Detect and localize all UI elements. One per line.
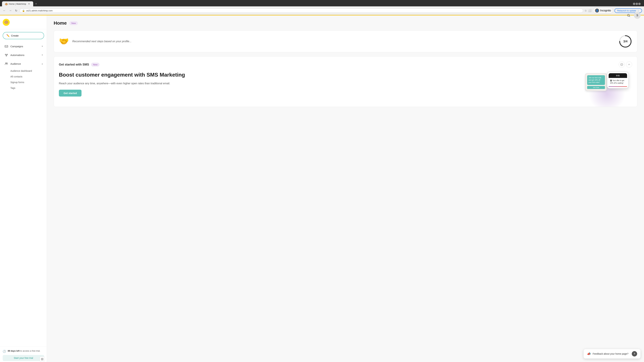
progress-text: 3/4	[623, 40, 628, 43]
refresh-button[interactable]: ↻	[14, 8, 18, 13]
sms-new-badge: New	[91, 63, 100, 66]
svg-rect-0	[5, 45, 8, 47]
chevron-up-icon	[628, 63, 630, 66]
sms-cta-button[interactable]: Get started	[59, 90, 82, 96]
mailchimp-logo[interactable]: 🐵	[3, 19, 10, 26]
sidebar-sub-item-audience-dashboard[interactable]: Audience dashboard	[1, 68, 46, 73]
feedback-bar[interactable]: 📣 Feedback about your home page? ?	[584, 349, 641, 359]
phone-time: 3:51	[608, 73, 627, 78]
sidebar-header: 🐵	[0, 15, 47, 29]
relaunch-menu-icon: ⋮	[637, 9, 639, 12]
tab-title: Home | Mailchimp	[9, 3, 26, 5]
forward-button[interactable]: →	[8, 8, 13, 13]
tab-favicon: 🐵	[5, 2, 8, 5]
sms-preview-text: Join our text club and get 10% off your …	[587, 75, 605, 85]
phone-progress-bar	[608, 86, 627, 87]
browser-chrome: 🐵 Home | Mailchimp ✕ + ← → ↻ 🔒 us21.admi…	[0, 0, 644, 15]
campaigns-label: Campaigns	[10, 45, 42, 48]
start-trial-label: Start your free trial	[14, 357, 33, 359]
collapse-icon	[40, 357, 45, 362]
window-controls	[632, 2, 642, 6]
front-phone-mockup: 3:51 📱 Your offer to get 10% off is wait…	[607, 71, 629, 88]
sidebar-item-audience[interactable]: Audience ▴	[1, 60, 46, 68]
audience-chevron-icon: ▴	[42, 62, 43, 65]
new-tab-button[interactable]: +	[34, 1, 38, 6]
search-button[interactable]	[625, 15, 632, 19]
maximize-button[interactable]	[636, 3, 638, 5]
incognito-label: Incognito	[600, 9, 611, 12]
sms-illustration: Join our text club and get 10% off your …	[585, 71, 632, 102]
content-area: Home New 🤝 Recommended next steps based …	[47, 15, 644, 112]
automations-chevron-icon: ▾	[42, 54, 43, 56]
svg-rect-10	[42, 358, 43, 360]
search-icon	[627, 15, 630, 17]
feedback-icon: 📣	[587, 352, 591, 356]
start-trial-button[interactable]: Start your free trial	[3, 355, 44, 361]
url-text: us21.admin.mailchimp.com	[26, 9, 580, 12]
campaigns-icon	[4, 44, 9, 49]
days-left: 89 days left	[8, 350, 20, 352]
main-content: S Home New 🤝 Recommended next steps base…	[47, 15, 644, 362]
audience-label: Audience	[10, 62, 42, 65]
recommended-steps-section: 🤝 Recommended next steps based on your p…	[54, 30, 637, 52]
all-contacts-label: All contacts	[10, 75, 22, 78]
steps-description: Recommended next steps based on your pro…	[72, 40, 615, 43]
home-new-badge: New	[70, 21, 78, 25]
sms-text-area: Boost customer engagement with SMS Marke…	[59, 71, 578, 96]
automations-label: Automations	[10, 54, 42, 56]
sms-check-button[interactable]	[619, 61, 625, 67]
svg-rect-9	[41, 358, 42, 360]
sidebar: 🐵 ✏️ Create Campaigns ▾	[0, 15, 47, 362]
close-button[interactable]	[638, 3, 641, 5]
profile-button[interactable]: 👤 Incognito	[593, 8, 613, 13]
tab-bar: 🐵 Home | Mailchimp ✕ +	[0, 0, 644, 6]
user-initial: S	[636, 15, 638, 17]
user-avatar[interactable]: S	[634, 15, 641, 19]
check-icon	[620, 63, 623, 66]
back-phone-mockup: Join our text club and get 10% off your …	[585, 73, 607, 91]
svg-point-8	[7, 63, 8, 64]
create-button[interactable]: ✏️ Create	[3, 32, 44, 39]
top-actions: S	[625, 15, 641, 19]
feedback-text: Feedback about your home page?	[593, 353, 628, 355]
help-button[interactable]: ?	[632, 351, 637, 357]
sidebar-item-automations[interactable]: Automations ▾	[1, 51, 46, 59]
phone-mockups: Join our text club and get 10% off your …	[585, 71, 629, 102]
sidebar-sub-item-all-contacts[interactable]: All contacts	[1, 74, 46, 79]
sms-section-actions	[619, 61, 632, 67]
bookmark-icon[interactable]: ☆	[584, 9, 587, 12]
back-button[interactable]: ←	[2, 8, 7, 13]
clock-icon: 🕐	[3, 350, 6, 353]
profile-avatar: 👤	[595, 8, 599, 12]
sms-cta-label: Get started	[64, 92, 77, 94]
svg-line-5	[6, 55, 6, 55]
pencil-icon: ✏️	[6, 34, 10, 37]
sms-collapse-button[interactable]	[626, 61, 632, 67]
sidebar-item-campaigns[interactable]: Campaigns ▾	[1, 42, 46, 50]
sidebar-sub-item-tags[interactable]: Tags	[1, 85, 46, 91]
address-bar[interactable]: 🔒 us21.admin.mailchimp.com	[20, 8, 583, 13]
sms-title: Get started with SMS	[59, 63, 89, 66]
app-layout: 🐵 ✏️ Create Campaigns ▾	[0, 15, 644, 362]
svg-line-12	[629, 16, 630, 17]
profile-avatar-icon: 👤	[596, 9, 598, 12]
browser-nav-bar: ← → ↻ 🔒 us21.admin.mailchimp.com ☆ ⬜ 👤 I…	[0, 6, 644, 15]
sms-header: Get started with SMS New	[59, 61, 632, 67]
svg-point-1	[5, 54, 6, 55]
create-label: Create	[11, 34, 18, 37]
split-view-icon[interactable]: ⬜	[588, 9, 592, 12]
progress-indicator: 3/4	[619, 35, 632, 48]
trial-text: 89 days left to access a free trial.	[8, 350, 40, 353]
sidebar-collapse-toggle[interactable]	[40, 357, 45, 362]
active-tab[interactable]: 🐵 Home | Mailchimp ✕	[2, 1, 33, 6]
tab-close-button[interactable]: ✕	[28, 2, 30, 5]
audience-icon	[4, 61, 9, 66]
lock-icon: 🔒	[22, 9, 25, 12]
sidebar-sub-item-signup-forms[interactable]: Signup forms	[1, 80, 46, 85]
svg-line-6	[6, 55, 7, 55]
phone-notification: 📱 Your offer to get 10% off is waiting!	[608, 78, 627, 86]
automations-icon	[4, 53, 9, 57]
trial-info: 🕐 89 days left to access a free trial.	[3, 350, 44, 353]
minimize-button[interactable]	[633, 3, 635, 5]
sms-content: Boost customer engagement with SMS Marke…	[59, 71, 632, 102]
